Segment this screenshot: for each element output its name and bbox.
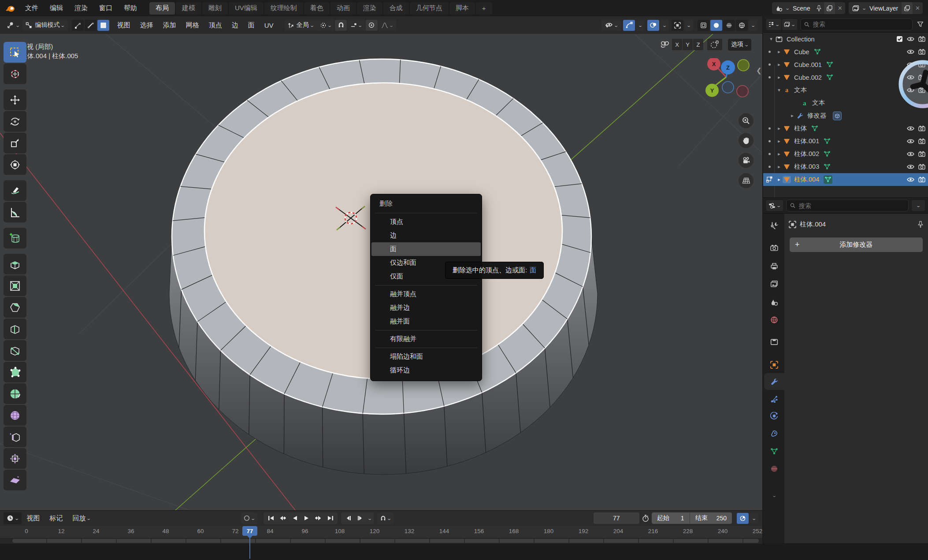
- menu-vertex[interactable]: 顶点: [204, 16, 227, 34]
- tool-shear[interactable]: [4, 470, 26, 490]
- frame-end-field[interactable]: 结束 250: [690, 512, 732, 524]
- outliner-row-cylinder001[interactable]: ▸ 柱体.001: [763, 135, 928, 148]
- tab-particles[interactable]: [764, 391, 784, 408]
- 3d-viewport[interactable]: 用户透视 (局部) (77) 柱体.004 | 柱体.005 X Y Z 选项⌄…: [0, 34, 762, 510]
- tool-select-box[interactable]: [4, 42, 26, 63]
- tool-measure[interactable]: [4, 202, 26, 223]
- hide-icon[interactable]: [907, 49, 914, 55]
- menu-select[interactable]: 选择: [135, 16, 158, 34]
- render-visibility-icon[interactable]: [918, 36, 925, 42]
- render-visibility-icon[interactable]: [918, 151, 925, 157]
- tool-shrink-fatten[interactable]: [4, 448, 26, 469]
- hide-icon[interactable]: [907, 164, 914, 170]
- timeline-menu-playback[interactable]: 回放⌄: [67, 514, 95, 523]
- tool-annotate[interactable]: [4, 180, 26, 201]
- xray-dropdown[interactable]: ⌄: [684, 20, 693, 31]
- timeline-editor-type-button[interactable]: ⌄: [4, 512, 22, 524]
- camera-view-button[interactable]: [739, 153, 754, 168]
- tool-rotate[interactable]: [4, 111, 26, 132]
- snap-toggle[interactable]: [335, 20, 347, 31]
- next-keyframe-button[interactable]: [313, 513, 324, 523]
- hide-icon[interactable]: [907, 36, 914, 42]
- workspace-tab-animation[interactable]: 动画: [330, 2, 356, 15]
- tool-cursor[interactable]: [4, 63, 26, 84]
- properties-search[interactable]: [786, 200, 909, 211]
- properties-editor-type-button[interactable]: ⌄: [766, 200, 783, 211]
- menu-render[interactable]: 渲染: [69, 0, 93, 16]
- exclude-checkbox[interactable]: [896, 36, 903, 42]
- pin-id-icon[interactable]: [917, 221, 924, 228]
- tab-physics[interactable]: [764, 408, 784, 424]
- pivot-dropdown[interactable]: ⌄: [317, 19, 334, 31]
- menu-item-limited-dissolve[interactable]: 有限融并: [371, 332, 482, 346]
- snap-target-dropdown[interactable]: ⌄: [347, 19, 365, 31]
- hide-icon[interactable]: [907, 138, 914, 144]
- gizmo-dropdown[interactable]: ⌄: [636, 20, 645, 31]
- mirror-z-button[interactable]: Z: [693, 39, 703, 50]
- outliner-row-collection[interactable]: ▾ Collection: [763, 33, 928, 45]
- menu-item-vertices[interactable]: 顶点: [371, 215, 482, 229]
- timeline-sync-dropdown[interactable]: ⌄: [750, 513, 758, 524]
- menu-face[interactable]: 面: [243, 16, 260, 34]
- hide-icon[interactable]: [907, 151, 914, 157]
- tool-knife[interactable]: [4, 340, 26, 361]
- toggle-grid-button[interactable]: [739, 173, 754, 188]
- tool-transform[interactable]: [4, 154, 26, 175]
- timeline-menu-view[interactable]: 视图: [22, 514, 45, 523]
- outliner-row-cylinder003[interactable]: ▸ 柱体.003: [763, 160, 928, 173]
- tab-object[interactable]: [764, 356, 784, 373]
- outliner-row-modifiers[interactable]: ▸ 修改器: [763, 109, 928, 122]
- mode-dropdown[interactable]: 编辑模式 ⌄: [22, 19, 67, 31]
- menu-edit[interactable]: 编辑: [44, 0, 69, 16]
- unlink-scene-icon[interactable]: ✕: [835, 5, 845, 11]
- workspace-tab-compositing[interactable]: 合成: [383, 2, 409, 15]
- tabs-overflow-chevron[interactable]: ⌄: [764, 487, 784, 504]
- editor-type-button[interactable]: ⌄: [4, 19, 22, 31]
- gizmo-neg-x-ball[interactable]: [737, 85, 748, 97]
- outliner-display-mode-dropdown[interactable]: ⌄: [766, 19, 781, 30]
- menu-edge[interactable]: 边: [227, 16, 243, 34]
- play-button[interactable]: [301, 513, 312, 523]
- jump-to-start-button[interactable]: [265, 513, 276, 523]
- auto-keying-toggle[interactable]: ⌄: [241, 512, 257, 524]
- render-visibility-icon[interactable]: [918, 164, 925, 170]
- xray-toggle[interactable]: [672, 20, 683, 31]
- vertex-select-button[interactable]: [72, 20, 84, 31]
- snap-region-icon[interactable]: [707, 39, 722, 50]
- prev-keyframe-button[interactable]: [277, 513, 288, 523]
- add-modifier-button[interactable]: + 添加修改器: [790, 237, 923, 252]
- menu-view[interactable]: 视图: [112, 16, 135, 34]
- menu-mesh[interactable]: 网格: [181, 16, 204, 34]
- add-workspace-button[interactable]: +: [476, 2, 492, 15]
- use-preview-range-toggle[interactable]: [642, 515, 649, 522]
- pin-icon[interactable]: [814, 5, 824, 11]
- jump-to-end-button[interactable]: [325, 513, 336, 523]
- menu-help[interactable]: 帮助: [118, 0, 143, 16]
- workspace-tab-sculpting[interactable]: 雕刻: [202, 2, 228, 15]
- zoom-button[interactable]: [739, 113, 754, 128]
- workspace-tab-geometry-nodes[interactable]: 几何节点: [410, 2, 449, 15]
- menu-item-edge-loops[interactable]: 循环边: [371, 363, 482, 377]
- mirror-y-button[interactable]: Y: [683, 39, 693, 50]
- gizmo-neg-y-ball[interactable]: [738, 59, 749, 71]
- tab-object-data[interactable]: [764, 443, 784, 460]
- tool-loop-cut[interactable]: [4, 319, 26, 339]
- timeline-snap-toggle[interactable]: ⌄: [377, 512, 394, 524]
- outliner-filter-icon[interactable]: [915, 21, 925, 27]
- current-frame-field[interactable]: 77: [594, 512, 639, 524]
- shading-rendered-button[interactable]: [736, 20, 748, 31]
- scene-selector[interactable]: ⌄ Scene ✕: [772, 2, 845, 14]
- tool-poly-build[interactable]: [4, 362, 26, 382]
- gizmo-neg-z-ball[interactable]: [722, 82, 734, 93]
- menu-add[interactable]: 添加: [158, 16, 181, 34]
- menu-item-edges[interactable]: 边: [371, 229, 482, 242]
- visibility-dropdown[interactable]: ⌄: [601, 19, 621, 31]
- render-visibility-icon[interactable]: [918, 138, 925, 144]
- shading-material-button[interactable]: [723, 20, 735, 31]
- transform-orientation-dropdown[interactable]: 全局 ⌄: [285, 19, 317, 31]
- mirror-butterfly-icon[interactable]: [658, 39, 672, 50]
- render-visibility-icon[interactable]: [918, 126, 925, 131]
- workspace-tab-uv[interactable]: UV编辑: [229, 2, 264, 15]
- tab-material[interactable]: [764, 460, 784, 477]
- mirror-x-button[interactable]: X: [672, 39, 682, 50]
